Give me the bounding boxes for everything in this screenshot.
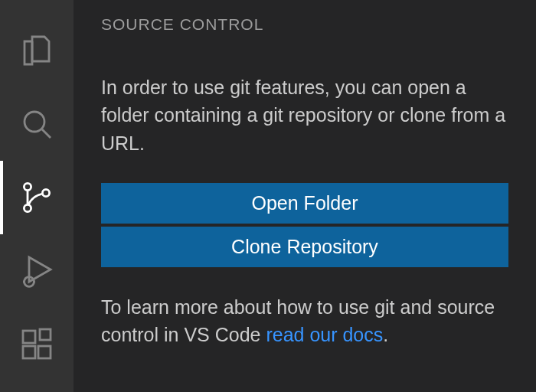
svg-rect-13 [40, 329, 51, 340]
panel-title: SOURCE CONTROL [101, 15, 508, 34]
source-control-icon [18, 179, 55, 216]
source-control-panel: SOURCE CONTROL In order to use git featu… [74, 0, 536, 392]
files-icon [18, 32, 55, 69]
panel-intro-text: In order to use git features, you can op… [101, 74, 508, 157]
activity-run-debug[interactable] [0, 234, 74, 308]
svg-point-0 [25, 112, 44, 132]
svg-line-9 [25, 278, 26, 279]
learn-suffix: . [383, 324, 388, 345]
activity-explorer[interactable] [0, 14, 74, 87]
activity-bar [0, 0, 74, 392]
activity-search[interactable] [0, 87, 74, 161]
run-debug-icon [18, 253, 55, 289]
search-icon [18, 106, 55, 142]
svg-rect-12 [38, 346, 51, 358]
svg-rect-11 [23, 346, 35, 358]
learn-more-text: To learn more about how to use git and s… [101, 293, 508, 349]
svg-point-2 [24, 183, 31, 190]
clone-repository-button[interactable]: Clone Repository [101, 227, 508, 267]
svg-point-4 [42, 189, 49, 196]
activity-extensions[interactable] [0, 308, 74, 381]
activity-source-control[interactable] [0, 161, 74, 234]
editor-root: SOURCE CONTROL In order to use git featu… [0, 0, 536, 392]
open-folder-button[interactable]: Open Folder [101, 183, 508, 224]
svg-rect-10 [23, 331, 35, 343]
extensions-icon [18, 326, 55, 363]
svg-line-1 [42, 129, 51, 138]
read-our-docs-link[interactable]: read our docs [266, 324, 383, 345]
svg-point-3 [24, 204, 31, 211]
